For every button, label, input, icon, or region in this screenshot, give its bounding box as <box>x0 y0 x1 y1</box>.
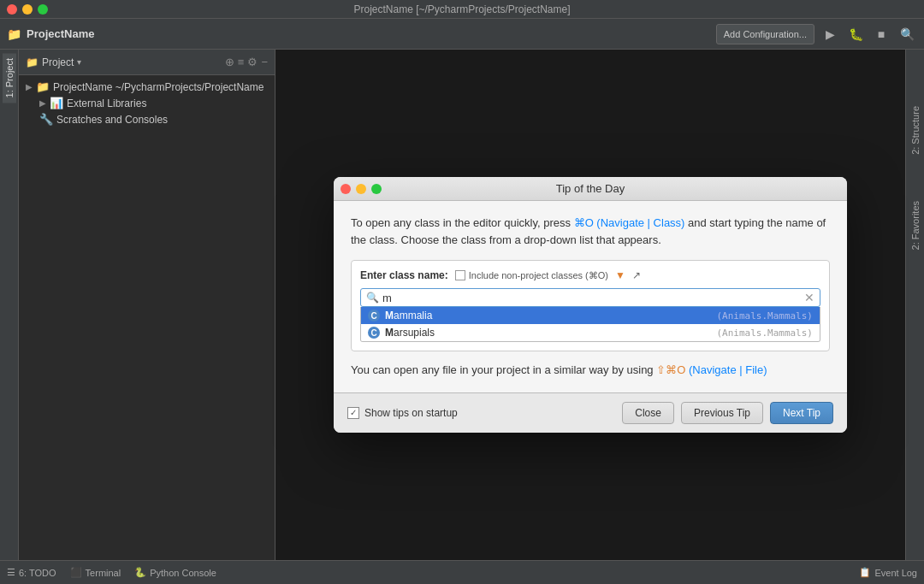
todo-item[interactable]: ☰ 6: TODO <box>7 567 56 578</box>
project-tree: ▶ 📁 ProjectName ~/PycharmProjects/Projec… <box>19 75 275 560</box>
settings-panel-icon[interactable]: ⚙ <box>247 56 258 68</box>
folder-icon: 📁 <box>36 80 50 93</box>
desc2a-text: You can open any file in your project in… <box>351 363 654 376</box>
scratch-icon: 🔧 <box>39 113 53 126</box>
collapse-icon[interactable]: ≡ <box>238 56 245 68</box>
sidebar-item-project[interactable]: 1: Project <box>3 53 16 103</box>
folder-icon: 📁 <box>7 27 21 41</box>
event-log-label: Event Log <box>874 568 917 578</box>
close-panel-icon[interactable]: − <box>261 56 268 68</box>
project-panel-header: 📁 Project ▾ ⊕ ≡ ⚙ − <box>19 50 275 75</box>
show-tips-label: Show tips on startup <box>364 407 458 419</box>
dialog-window-controls <box>341 184 382 194</box>
dialog-footer: ✓ Show tips on startup Close Previous Ti… <box>334 392 847 433</box>
debug-icon[interactable]: 🐛 <box>845 24 866 44</box>
result-name-marsupials: Marsupials <box>385 327 435 339</box>
checkbox-box[interactable] <box>455 270 465 280</box>
result-item-marsupials[interactable]: C Marsupials (Animals.Mammals) <box>361 324 820 341</box>
todo-icon: ☰ <box>7 567 15 578</box>
class-icon-mammalia: C <box>368 310 380 321</box>
panel-dropdown-arrow[interactable]: ▾ <box>77 57 81 67</box>
show-tips-checkbox[interactable]: ✓ Show tips on startup <box>347 407 458 419</box>
result-name-mammalia: Mammalia <box>385 310 432 321</box>
shortcut-navigate-file-label: (Navigate | File) <box>689 363 767 376</box>
dialog-description: To open any class in the editor quickly,… <box>351 215 830 248</box>
main-toolbar: 📁 ProjectName Add Configuration... ▶ 🐛 ■… <box>0 19 924 50</box>
next-tip-button[interactable]: Next Tip <box>770 402 833 424</box>
python-console-label: Python Console <box>150 568 216 578</box>
add-configuration-button[interactable]: Add Configuration... <box>716 24 814 44</box>
terminal-label: Terminal <box>86 568 121 578</box>
right-side-tabs: 2: Structure 2: Favorites <box>905 50 924 560</box>
window-controls <box>7 4 48 15</box>
folder-small-icon: 📁 <box>26 56 38 68</box>
event-log-item[interactable]: 📋 Event Log <box>859 567 917 578</box>
terminal-item[interactable]: ⬛ Terminal <box>70 567 121 578</box>
non-project-label: Include non-project classes (⌘O) <box>469 270 608 281</box>
close-button[interactable]: Close <box>622 402 674 424</box>
class-search-label: Enter class name: <box>360 269 448 281</box>
dialog-description-2: You can open any file in your project in… <box>351 362 830 379</box>
dialog-close-button[interactable] <box>341 184 351 194</box>
event-log-icon: 📋 <box>859 567 871 578</box>
panel-title: Project <box>42 56 74 68</box>
settings-search-icon[interactable]: ↗ <box>632 269 641 281</box>
ext-libraries-label: External Libraries <box>67 97 146 109</box>
show-tips-checkbox-box[interactable]: ✓ <box>347 407 359 419</box>
tip-of-day-dialog: Tip of the Day To open any class in the … <box>334 177 847 433</box>
dialog-minimize-button[interactable] <box>356 184 366 194</box>
search-icon: 🔍 <box>366 292 379 304</box>
sidebar-item-structure[interactable]: 2: Structure <box>909 101 922 160</box>
dialog-title: Tip of the Day <box>556 182 625 195</box>
class-search-section: Enter class name: Include non-project cl… <box>351 260 830 351</box>
scratches-label: Scratches and Consoles <box>56 114 168 126</box>
clear-search-icon[interactable]: ✕ <box>804 291 814 304</box>
result-package-mammalia: (Animals.Mammals) <box>716 310 813 321</box>
title-bar: ProjectName [~/PycharmProjects/ProjectNa… <box>0 0 924 19</box>
search-results-list: C Mammalia (Animals.Mammals) C Marsupial… <box>360 307 820 342</box>
project-panel: 📁 Project ▾ ⊕ ≡ ⚙ − ▶ 📁 ProjectName ~/Py… <box>19 50 275 560</box>
filter-icon[interactable]: ▼ <box>615 269 625 281</box>
search-everywhere-icon[interactable]: 🔍 <box>897 24 917 44</box>
class-icon-marsupials: C <box>368 327 380 339</box>
stop-icon[interactable]: ■ <box>871 24 891 44</box>
shortcut-navigate-class: ⌘O (Navigate | Class) <box>574 216 685 229</box>
ext-expand-arrow: ▶ <box>39 98 46 108</box>
class-search-input[interactable] <box>382 292 801 304</box>
minimize-button[interactable] <box>22 4 33 15</box>
expand-arrow: ▶ <box>26 82 33 91</box>
run-icon[interactable]: ▶ <box>820 24 840 44</box>
close-button[interactable] <box>7 4 17 15</box>
tree-item-external-libraries[interactable]: ▶ 📊 External Libraries <box>19 95 275 111</box>
window-title: ProjectName [~/PycharmProjects/ProjectNa… <box>353 3 570 15</box>
sync-icon[interactable]: ⊕ <box>225 56 234 68</box>
ext-lib-icon: 📊 <box>50 97 63 109</box>
result-package-marsupials: (Animals.Mammals) <box>716 327 813 339</box>
desc1-text: To open any class in the editor quickly,… <box>351 216 571 229</box>
previous-tip-button[interactable]: Previous Tip <box>681 402 763 424</box>
class-search-label-row: Enter class name: Include non-project cl… <box>360 269 820 281</box>
dialog-maximize-button[interactable] <box>371 184 382 194</box>
tree-item-root[interactable]: ▶ 📁 ProjectName ~/PycharmProjects/Projec… <box>19 79 275 95</box>
panel-icons: ⊕ ≡ ⚙ − <box>225 56 268 68</box>
python-console-item[interactable]: 🐍 Python Console <box>134 567 216 578</box>
project-name-label: ProjectName <box>27 27 94 40</box>
dialog-body: To open any class in the editor quickly,… <box>334 201 847 392</box>
sidebar-item-favorites[interactable]: 2: Favorites <box>909 196 922 255</box>
todo-label: 6: TODO <box>19 568 56 578</box>
result-item-mammalia[interactable]: C Mammalia (Animals.Mammals) <box>361 307 820 324</box>
root-project-label: ProjectName ~/PycharmProjects/ProjectNam… <box>53 81 264 93</box>
non-project-checkbox[interactable]: Include non-project classes (⌘O) <box>455 270 608 281</box>
terminal-icon: ⬛ <box>70 567 82 578</box>
dialog-titlebar: Tip of the Day <box>334 177 847 201</box>
shortcut-navigate-file: ⇧⌘O <box>656 363 685 376</box>
maximize-button[interactable] <box>38 4 48 15</box>
modal-overlay: Tip of the Day To open any class in the … <box>275 50 905 560</box>
tree-item-scratches[interactable]: 🔧 Scratches and Consoles <box>19 111 275 127</box>
search-input-row: 🔍 ✕ <box>360 288 820 307</box>
bottom-bar: ☰ 6: TODO ⬛ Terminal 🐍 Python Console 📋 … <box>0 560 924 584</box>
editor-area: Tip of the Day To open any class in the … <box>275 50 905 560</box>
main-layout: 1: Project 📁 Project ▾ ⊕ ≡ ⚙ − ▶ 📁 Proje… <box>0 50 924 560</box>
left-side-tabs: 1: Project <box>0 50 19 560</box>
python-icon: 🐍 <box>134 567 146 578</box>
